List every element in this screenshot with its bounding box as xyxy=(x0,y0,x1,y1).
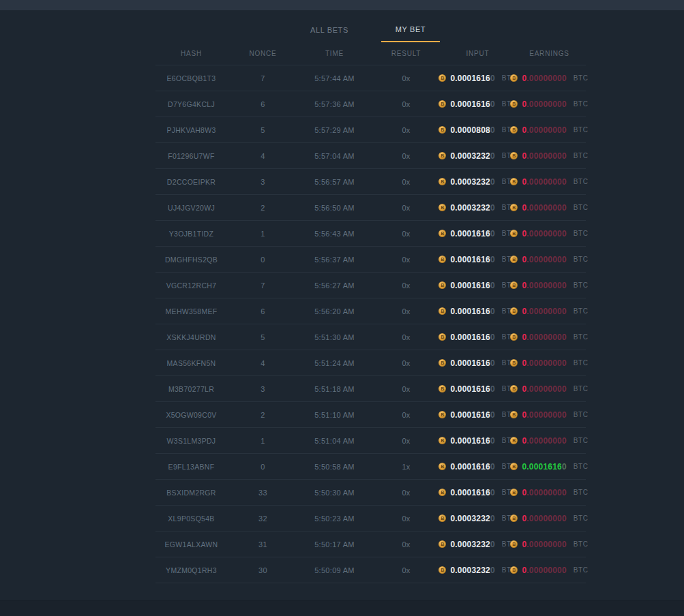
bet-earnings: 0.00000000 BTC xyxy=(514,333,585,342)
table-row: F01296U7WF 4 5:57:04 AM 0x 0.00032320 BT… xyxy=(155,142,586,168)
btc-coin-icon xyxy=(438,463,446,470)
bet-input-amount: 0.00016160 xyxy=(450,255,494,264)
bet-earnings: 0.00016160 BTC xyxy=(514,462,585,472)
bet-time: 5:56:50 AM xyxy=(299,204,370,212)
bet-earnings: 0.00000000 BTC xyxy=(514,74,585,83)
bet-time: 5:50:30 AM xyxy=(299,489,370,497)
table-header: HASH NONCE TIME RESULT INPUT EARNINGS xyxy=(155,42,586,65)
btc-coin-icon xyxy=(438,489,446,496)
btc-coin-icon xyxy=(510,385,518,392)
currency-label: BTC xyxy=(574,74,589,82)
tab-all-bets[interactable]: ALL BETS xyxy=(300,17,359,42)
table-row: PJHKVAH8W3 5 5:57:29 AM 0x 0.00008080 BT… xyxy=(155,117,586,142)
bet-nonce: 1 xyxy=(227,437,299,445)
bet-earnings-amount: 0.00000000 xyxy=(522,74,566,83)
bet-earnings: 0.00000000 BTC xyxy=(514,307,585,316)
bet-nonce: 0 xyxy=(227,256,299,264)
bet-earnings-amount: 0.00000000 xyxy=(522,410,566,420)
currency-label: BTC xyxy=(574,126,589,134)
bet-hash: X5OGW09C0V xyxy=(155,411,227,419)
column-header-result: RESULT xyxy=(370,50,442,57)
bet-time: 5:51:10 AM xyxy=(299,411,370,419)
bet-hash: YMZM0Q1RH3 xyxy=(155,566,227,574)
btc-coin-icon xyxy=(438,256,446,263)
bet-earnings: 0.00000000 BTC xyxy=(514,436,585,446)
table-row: M3B70277LR 3 5:51:18 AM 0x 0.00016160 BT… xyxy=(155,375,586,401)
btc-coin-icon xyxy=(510,540,518,548)
bet-result: 0x xyxy=(370,411,442,419)
tab-my-bet[interactable]: MY BET xyxy=(381,17,440,42)
column-header-nonce: NONCE xyxy=(227,50,299,57)
bet-result: 0x xyxy=(370,281,442,290)
btc-coin-icon xyxy=(438,566,446,574)
bet-earnings: 0.00000000 BTC xyxy=(514,229,585,238)
btc-coin-icon xyxy=(510,152,518,159)
bet-earnings: 0.00000000 BTC xyxy=(514,566,585,575)
bet-input-amount: 0.00016160 xyxy=(450,488,494,497)
bet-time: 5:56:20 AM xyxy=(299,307,370,315)
bet-earnings: 0.00000000 BTC xyxy=(514,151,585,161)
bet-hash: PJHKVAH8W3 xyxy=(155,126,227,134)
bet-hash: D7Y6G4KCLJ xyxy=(155,100,227,108)
bet-hash: Y3OJB1TIDZ xyxy=(155,230,227,238)
bet-input: 0.00016160 BTC xyxy=(442,281,514,290)
bet-nonce: 1 xyxy=(227,230,299,238)
bet-nonce: 5 xyxy=(227,126,299,134)
btc-coin-icon xyxy=(438,281,446,289)
bet-earnings-amount: 0.00000000 xyxy=(522,540,566,549)
currency-label: BTC xyxy=(574,385,589,392)
bet-earnings-amount: 0.00000000 xyxy=(522,255,566,264)
currency-label: BTC xyxy=(574,333,589,341)
bet-input: 0.00016160 BTC xyxy=(442,384,514,394)
bet-time: 5:57:29 AM xyxy=(299,126,370,134)
bet-result: 0x xyxy=(370,178,442,186)
bet-time: 5:57:36 AM xyxy=(299,100,370,108)
btc-coin-icon xyxy=(510,126,518,134)
bet-hash: XL9P0SQ54B xyxy=(155,514,227,523)
bet-time: 5:51:24 AM xyxy=(299,359,370,367)
bet-result: 1x xyxy=(370,463,442,471)
bet-input-amount: 0.00016160 xyxy=(450,74,494,83)
currency-label: BTC xyxy=(574,463,589,470)
btc-coin-icon xyxy=(438,514,446,522)
bet-nonce: 4 xyxy=(227,359,299,367)
bet-input: 0.00016160 BTC xyxy=(442,255,514,264)
bet-result: 0x xyxy=(370,152,442,160)
bet-input-amount: 0.00016160 xyxy=(450,358,494,368)
bet-result: 0x xyxy=(370,385,442,393)
bet-input-amount: 0.00032320 xyxy=(450,566,494,575)
bet-earnings-amount: 0.00000000 xyxy=(522,488,566,497)
bets-tabs: ALL BETS MY BET xyxy=(155,10,586,42)
bet-hash: UJ4JGV20WJ xyxy=(155,204,227,212)
currency-label: BTC xyxy=(574,178,589,185)
btc-coin-icon xyxy=(510,281,518,289)
top-bar xyxy=(0,0,684,10)
bet-input-amount: 0.00016160 xyxy=(450,462,494,472)
bet-input: 0.00032320 BTC xyxy=(442,514,514,523)
currency-label: BTC xyxy=(574,307,589,315)
bet-result: 0x xyxy=(370,437,442,445)
bet-result: 0x xyxy=(370,100,442,108)
bet-result: 0x xyxy=(370,126,442,134)
bet-nonce: 32 xyxy=(227,514,299,523)
bet-hash: F01296U7WF xyxy=(155,152,227,160)
bet-input: 0.00032320 BTC xyxy=(442,177,514,187)
bet-input: 0.00016160 BTC xyxy=(442,74,514,83)
bet-earnings: 0.00000000 BTC xyxy=(514,203,585,213)
bet-hash: E9FL13ABNF xyxy=(155,463,227,471)
table-row: D2CCOEIPKR 3 5:56:57 AM 0x 0.00032320 BT… xyxy=(155,168,586,194)
bet-nonce: 30 xyxy=(227,566,299,574)
bet-hash: M3B70277LR xyxy=(155,385,227,393)
bet-result: 0x xyxy=(370,204,442,212)
currency-label: BTC xyxy=(574,489,589,496)
bet-history-page: { "tabs": [ {"label": "ALL BETS", "activ… xyxy=(0,0,684,616)
bet-time: 5:50:58 AM xyxy=(299,463,370,471)
bet-hash: EGW1ALXAWN xyxy=(155,540,227,549)
btc-coin-icon xyxy=(510,256,518,263)
btc-coin-icon xyxy=(510,178,518,185)
bet-time: 5:50:09 AM xyxy=(299,566,370,574)
bet-nonce: 7 xyxy=(227,281,299,290)
bet-nonce: 31 xyxy=(227,540,299,549)
bet-hash: MEHW358MEF xyxy=(155,307,227,315)
btc-coin-icon xyxy=(438,74,446,82)
